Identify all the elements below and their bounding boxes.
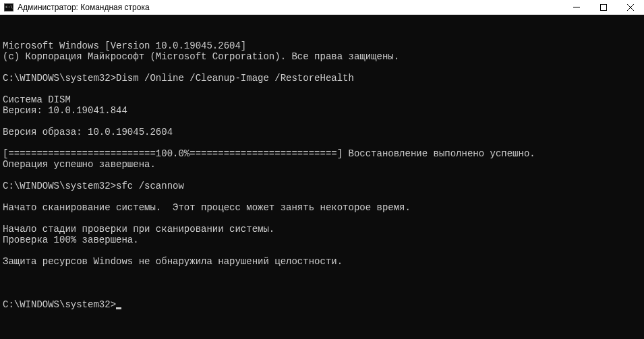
terminal-line: [==========================100.0%=======… <box>3 148 641 159</box>
terminal-line: Cистема DISM <box>3 94 641 105</box>
terminal-line: Версия: 10.0.19041.844 <box>3 105 641 116</box>
terminal-output[interactable]: Microsoft Windows [Version 10.0.19045.26… <box>0 15 644 325</box>
cmd-icon <box>4 3 13 11</box>
terminal-line <box>3 84 641 94</box>
svg-rect-1 <box>601 4 607 10</box>
window-controls <box>563 0 644 14</box>
terminal-lines: Microsoft Windows [Version 10.0.19045.26… <box>3 40 641 278</box>
terminal-line <box>3 116 641 127</box>
terminal-line <box>3 62 641 73</box>
terminal-prompt-line: C:\WINDOWS\system32> <box>3 299 641 310</box>
cursor <box>116 307 121 309</box>
window-titlebar: Администратор: Командная строка <box>0 0 644 15</box>
terminal-line: Защита ресурсов Windows не обнаружила на… <box>3 256 641 267</box>
titlebar-left: Администратор: Командная строка <box>0 3 150 12</box>
terminal-line: (c) Корпорация Майкрософт (Microsoft Cor… <box>3 51 641 62</box>
terminal-line: Начато сканирование системы. Этот процес… <box>3 202 641 213</box>
minimize-button[interactable] <box>563 0 590 14</box>
maximize-button[interactable] <box>590 0 617 14</box>
terminal-line: Начало стадии проверки при сканировании … <box>3 224 641 235</box>
terminal-line <box>3 267 641 278</box>
terminal-line: C:\WINDOWS\system32>Dism /Online /Cleanu… <box>3 73 641 84</box>
close-button[interactable] <box>617 0 644 14</box>
terminal-line <box>3 137 641 148</box>
terminal-line <box>3 191 641 202</box>
terminal-line: Версия образа: 10.0.19045.2604 <box>3 127 641 137</box>
window-title: Администратор: Командная строка <box>18 3 150 12</box>
terminal-line: Операция успешно завершена. <box>3 159 641 170</box>
terminal-line: Microsoft Windows [Version 10.0.19045.26… <box>3 40 641 51</box>
terminal-line: C:\WINDOWS\system32>sfc /scannow <box>3 181 641 191</box>
terminal-line: Проверка 100% завершена. <box>3 235 641 245</box>
terminal-prompt: C:\WINDOWS\system32> <box>3 299 116 310</box>
terminal-line <box>3 245 641 256</box>
terminal-line <box>3 170 641 181</box>
terminal-line <box>3 213 641 224</box>
